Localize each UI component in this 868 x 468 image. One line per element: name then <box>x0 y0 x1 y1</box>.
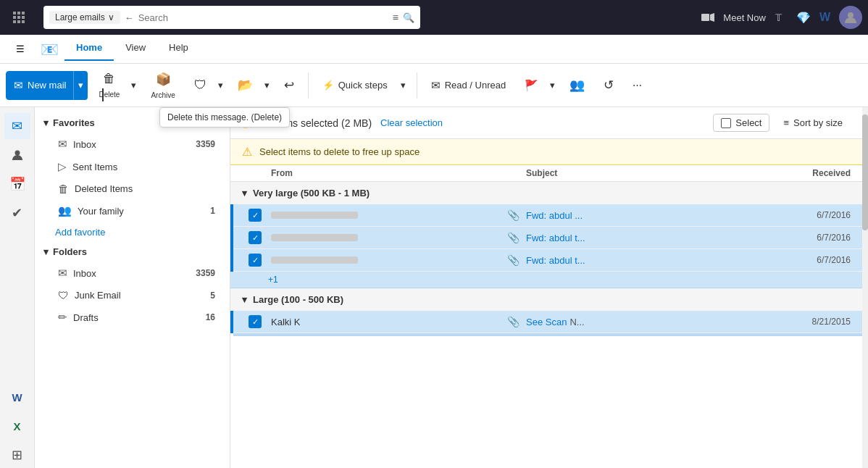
checkbox-1[interactable]: ✓ <box>239 209 271 222</box>
folders-section-header[interactable]: ▾ Folders <box>35 242 230 262</box>
filter-icon[interactable]: ≡ <box>393 12 398 23</box>
search-icon[interactable]: 🔍 <box>403 12 414 23</box>
new-mail-label: New mail <box>28 80 66 91</box>
more-items-row[interactable]: +1 <box>230 272 862 288</box>
ribbon-undo-button[interactable]: ↺ <box>596 71 622 100</box>
folder-name: Your family <box>78 206 124 217</box>
quick-steps-button[interactable]: ⚡ Quick steps <box>314 71 396 100</box>
checkbox-4[interactable]: ✓ <box>239 315 271 328</box>
trash-icon: 🗑 <box>58 183 69 195</box>
sidebar-item-calendar[interactable]: 📅 <box>4 171 30 197</box>
sidebar-item-contacts[interactable] <box>4 142 30 168</box>
hamburger-button[interactable]: ☰ <box>6 36 35 62</box>
archive-label: Archive <box>151 91 175 99</box>
ribbon-separator-2 <box>417 72 417 99</box>
collapse-favorites-icon: ▾ <box>43 117 49 128</box>
group-collapse-icon-2: ▾ <box>242 294 247 305</box>
ribbon-separator-1 <box>308 72 309 99</box>
move-group: 📂 ▾ <box>230 68 273 103</box>
quick-steps-dropdown[interactable]: ▾ <box>396 71 411 100</box>
group-header-large[interactable]: ▾ Large (100 - 500 KB) <box>230 288 862 311</box>
back-arrow-icon[interactable]: ← <box>125 12 134 23</box>
checked-checkbox-4[interactable]: ✓ <box>249 315 262 328</box>
subject-col-4: See Scan N... <box>526 317 755 327</box>
nav-bar: ☰ 📧 Home View Help <box>0 35 868 64</box>
scrollbar-track[interactable] <box>862 107 868 468</box>
sender-placeholder-2 <box>271 234 358 241</box>
subject-header: Subject <box>526 168 755 178</box>
subject-col-2: Fwd: abdul t... <box>526 233 755 243</box>
folder-name: Drafts <box>73 312 99 323</box>
copilot-icon[interactable]: 💎 <box>796 11 811 25</box>
folder-item-favorites-inbox[interactable]: ✉ Inbox 3359 <box>38 133 227 155</box>
clear-selection-button[interactable]: Clear selection <box>380 117 443 128</box>
scrollbar-thumb[interactable] <box>862 114 868 230</box>
people-button[interactable]: 👥 <box>562 71 593 100</box>
email-row-2[interactable]: ✓ 📎 Fwd: abdul t... 6/7/2016 <box>233 227 862 249</box>
date-1: 6/7/2016 <box>755 210 856 220</box>
email-row-1[interactable]: ✓ 📎 Fwd: abdul ... 6/7/2016 <box>233 204 862 227</box>
svg-rect-3 <box>13 16 16 19</box>
sidebar-item-word[interactable]: W <box>4 384 30 410</box>
app-grid-button[interactable] <box>6 4 32 30</box>
sidebar-item-excel[interactable]: X <box>4 413 30 439</box>
email-row-3[interactable]: ✓ 📎 Fwd: abdul t... 6/7/2016 <box>233 249 862 272</box>
add-favorite-button[interactable]: Add favorite <box>35 222 230 242</box>
more-items-label: +1 <box>268 275 278 285</box>
sidebar-item-mail[interactable]: ✉ <box>4 113 30 139</box>
word-app-icon[interactable]: W <box>819 11 830 24</box>
report-button[interactable]: 🛡 <box>186 68 214 103</box>
scroll-highlight <box>233 333 862 336</box>
sidebar-item-todo[interactable]: ✔ <box>4 200 30 226</box>
search-filter-dropdown[interactable]: Large emails ∨ <box>49 11 120 24</box>
meet-now-button[interactable]: Meet Now <box>723 12 766 23</box>
collapse-folders-icon: ▾ <box>43 246 49 257</box>
email-row-wrapper-2: ✓ 📎 Fwd: abdul t... 6/7/2016 <box>230 227 862 249</box>
email-row-4[interactable]: ✓ Kalki K 📎 See Scan N... 8/21/2015 <box>233 311 862 333</box>
more-button[interactable]: ⋯ <box>625 71 650 100</box>
select-button[interactable]: Select <box>713 114 769 132</box>
undo-button[interactable]: ↩ <box>276 71 302 100</box>
delete-button[interactable]: 🗑 Delete <box>91 68 128 103</box>
drafts-icon: ✏ <box>58 311 67 324</box>
tab-view[interactable]: View <box>114 35 157 61</box>
new-mail-button[interactable]: ✉ New mail <box>6 71 74 100</box>
avatar[interactable] <box>839 6 862 29</box>
folder-item-sent[interactable]: ▷ Sent Items <box>38 156 227 177</box>
subject-4: See Scan <box>526 317 567 327</box>
sort-icon: ≡ <box>783 117 789 128</box>
delete-dropdown[interactable]: ▾ <box>128 71 140 100</box>
checked-checkbox-2[interactable]: ✓ <box>249 231 262 244</box>
subject-col-1: Fwd: abdul ... <box>526 210 755 221</box>
people-icon: 👥 <box>569 78 585 93</box>
left-sidebar: ✉ 📅 ✔ W X ⊞ <box>0 107 35 468</box>
folder-item-inbox[interactable]: ✉ Inbox 3359 <box>38 262 227 284</box>
flag-button[interactable]: 🚩 <box>517 71 546 100</box>
read-unread-button[interactable]: ✉ Read / Unread <box>423 71 514 100</box>
flag-dropdown[interactable]: ▾ <box>546 71 559 100</box>
sender-col-1 <box>271 212 500 219</box>
folder-item-drafts[interactable]: ✏ Drafts 16 <box>38 306 227 328</box>
archive-button[interactable]: 📦 Archive <box>143 68 183 103</box>
video-icon[interactable] <box>701 13 714 22</box>
teams-icon[interactable]: 𝕋 <box>775 11 788 24</box>
report-dropdown[interactable]: ▾ <box>214 71 227 100</box>
move-dropdown[interactable]: ▾ <box>261 71 273 100</box>
search-input[interactable] <box>138 12 388 23</box>
content-area: 📁 4 items selected (2 MB) Clear selectio… <box>230 107 862 468</box>
checkbox-3[interactable]: ✓ <box>239 254 271 267</box>
content-header: 📁 4 items selected (2 MB) Clear selectio… <box>230 107 862 139</box>
sort-button[interactable]: ≡ Sort by size <box>775 114 851 132</box>
move-button[interactable]: 📂 <box>230 68 261 103</box>
checkbox-2[interactable]: ✓ <box>239 231 271 244</box>
group-header-very-large[interactable]: ▾ Very large (500 KB - 1 MB) <box>230 182 862 204</box>
checked-checkbox-1[interactable]: ✓ <box>249 209 262 222</box>
tab-help[interactable]: Help <box>157 35 200 61</box>
checked-checkbox-3[interactable]: ✓ <box>249 254 262 267</box>
sidebar-item-apps[interactable]: ⊞ <box>4 442 30 468</box>
folder-item-deleted[interactable]: 🗑 Deleted Items <box>38 178 227 199</box>
folder-item-your-family[interactable]: 👥 Your family 1 <box>38 200 227 222</box>
new-mail-split-arrow[interactable]: ▾ <box>73 71 88 100</box>
folder-item-junk[interactable]: 🛡 Junk Email 5 <box>38 285 227 306</box>
tab-home[interactable]: Home <box>64 35 114 61</box>
